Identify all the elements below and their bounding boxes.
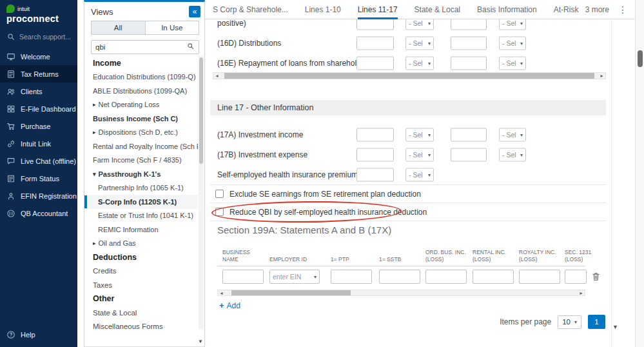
amount-input[interactable] bbox=[356, 56, 394, 70]
main-content: S Corp & Sharehole...Lines 1-10Lines 11-… bbox=[205, 0, 635, 347]
delete-row-button[interactable] bbox=[591, 272, 601, 282]
scroll-left-icon[interactable]: ◂ bbox=[218, 290, 225, 296]
source-select-2[interactable]: - Sel ▾ bbox=[499, 19, 526, 30]
page-1-button[interactable]: 1 bbox=[588, 315, 605, 329]
views-item-income[interactable]: Income bbox=[84, 56, 198, 70]
checkbox[interactable] bbox=[215, 208, 224, 216]
views-item-miscellaneous-forms[interactable]: Miscellaneous Forms bbox=[84, 320, 198, 334]
amount-input-2[interactable] bbox=[451, 19, 487, 30]
employer-id-combo[interactable]: ▾ bbox=[269, 270, 320, 284]
sidebar-item-help[interactable]: Help bbox=[0, 326, 77, 343]
views-scrollbar-thumb[interactable] bbox=[199, 57, 203, 164]
source-select[interactable]: - Sel ▾ bbox=[405, 168, 434, 181]
sidebar-item-label: Form Status bbox=[21, 175, 59, 183]
add-row-button[interactable]: + Add bbox=[219, 301, 240, 310]
views-item-credits[interactable]: Credits bbox=[84, 264, 198, 279]
views-item-education-distributions-1099-q[interactable]: Education Distributions (1099-Q) bbox=[84, 70, 198, 84]
sec1231-input[interactable] bbox=[565, 270, 587, 284]
amount-input[interactable] bbox=[356, 148, 394, 161]
checkbox[interactable] bbox=[215, 190, 224, 198]
views-item-net-operating-loss[interactable]: ▸Net Operating Loss bbox=[84, 98, 198, 112]
sidebar-item-tax-returns[interactable]: Tax Returns bbox=[0, 65, 77, 83]
sidebar-item-form-status[interactable]: Form Status bbox=[0, 170, 77, 187]
business-name-input[interactable] bbox=[222, 270, 264, 284]
table-row: ▾ bbox=[217, 266, 585, 287]
sidebar-support-search[interactable]: Search support... bbox=[0, 25, 77, 46]
views-item-dispositions-sch-d-etc[interactable]: ▸Dispositions (Sch D, etc.) bbox=[84, 126, 198, 140]
source-select[interactable]: - Sel ▾ bbox=[405, 128, 434, 141]
views-item-farm-income-sch-f-4835[interactable]: Farm Income (Sch F / 4835) bbox=[84, 154, 198, 168]
items-per-page-select[interactable]: 10 ▾ bbox=[558, 315, 581, 329]
kebab-menu-icon[interactable]: ⋮ bbox=[618, 5, 627, 15]
tab-at-risk[interactable]: At-Risk bbox=[554, 0, 579, 19]
scroll-down-icon[interactable]: ▼ bbox=[198, 339, 203, 344]
table-horizontal-scrollbar[interactable]: ◂ ▸ bbox=[217, 290, 585, 296]
views-item-oil-and-gas[interactable]: ▸Oil and Gas bbox=[84, 237, 198, 251]
views-item-able-distributions-1099-qa[interactable]: ABLE Distributions (1099-QA) bbox=[84, 84, 198, 98]
ptp-input[interactable] bbox=[331, 270, 372, 284]
scroll-right-icon[interactable]: ▸ bbox=[598, 73, 605, 79]
source-select[interactable]: - Sel ▾ bbox=[405, 148, 434, 161]
sstb-input[interactable] bbox=[379, 270, 420, 284]
tab-lines-1-10[interactable]: Lines 1-10 bbox=[305, 0, 341, 19]
sidebar-item-clients[interactable]: Clients bbox=[0, 83, 77, 100]
horizontal-scrollbar[interactable]: ◂ ▸ bbox=[213, 72, 606, 79]
tab-state-local[interactable]: State & Local bbox=[415, 0, 460, 19]
views-item-remic-information[interactable]: REMIC Information bbox=[84, 223, 198, 237]
employer-id-input[interactable] bbox=[273, 273, 306, 281]
source-select[interactable]: - Sel ▾ bbox=[405, 36, 434, 50]
amount-input[interactable] bbox=[356, 128, 394, 141]
select-placeholder: - Sel bbox=[409, 19, 423, 27]
tab-lines-11-17[interactable]: Lines 11-17 bbox=[358, 0, 398, 19]
royalty-inc-input[interactable] bbox=[519, 270, 560, 284]
views-scrollbar-track[interactable] bbox=[199, 56, 204, 330]
amount-input-2[interactable] bbox=[451, 128, 487, 141]
source-select-2[interactable]: - Sel ▾ bbox=[499, 148, 526, 161]
form-row-label: (16D) Distributions bbox=[217, 39, 281, 48]
scroll-right-icon[interactable]: ▸ bbox=[578, 290, 585, 296]
sidebar-item-welcome[interactable]: Welcome bbox=[0, 48, 77, 65]
views-item-partnership-info-1065-k-1[interactable]: Partnership Info (1065 K-1) bbox=[84, 181, 198, 195]
sidebar-item-e-file-dashboard[interactable]: E-File Dashboard bbox=[0, 100, 77, 117]
tab-s-corp-sharehole[interactable]: S Corp & Sharehole... bbox=[213, 0, 288, 19]
page-scrollbar-thumb[interactable] bbox=[638, 50, 643, 67]
views-item-s-corp-info-1120s-k-1[interactable]: S-Corp Info (1120S K-1) bbox=[84, 195, 198, 209]
amount-input[interactable] bbox=[356, 168, 394, 181]
amount-input[interactable] bbox=[356, 19, 394, 30]
tab-basis-information[interactable]: Basis Information bbox=[477, 0, 537, 19]
views-item-taxes[interactable]: Taxes bbox=[84, 278, 198, 292]
views-search-input[interactable]: qbi bbox=[91, 40, 199, 54]
sidebar-item-live-chat-offline[interactable]: Live Chat (offline) bbox=[0, 152, 77, 170]
ord-bus-inc-input[interactable] bbox=[425, 270, 467, 284]
sidebar-item-intuit-link[interactable]: Intuit Link bbox=[0, 135, 77, 152]
source-select[interactable]: - Sel ▾ bbox=[405, 56, 434, 70]
more-tabs-button[interactable]: 3 more bbox=[585, 5, 609, 14]
amount-input-2[interactable] bbox=[451, 36, 487, 50]
rental-inc-input[interactable] bbox=[473, 270, 514, 284]
amount-input[interactable] bbox=[356, 36, 394, 50]
views-tab-in-use[interactable]: In Use bbox=[146, 21, 199, 34]
views-item-rental-and-royalty-income-sch-e[interactable]: Rental and Royalty Income (Sch E) bbox=[84, 139, 198, 154]
collapse-panel-button[interactable]: « bbox=[189, 6, 200, 17]
page-scrollbar-track[interactable] bbox=[635, 0, 644, 347]
scroll-down-icon[interactable]: ▼ bbox=[612, 324, 618, 330]
scroll-left-icon[interactable]: ◂ bbox=[213, 73, 220, 79]
views-item-passthrough-k-1-s[interactable]: ▾Passthrough K-1's bbox=[84, 167, 198, 181]
views-item-other[interactable]: Other bbox=[84, 292, 198, 306]
source-select-2[interactable]: - Sel ▾ bbox=[499, 56, 526, 70]
sidebar-item-qb-accountant[interactable]: QB Accountant bbox=[0, 204, 77, 222]
sidebar-item-efin-registration[interactable]: EFIN Registration bbox=[0, 187, 77, 204]
amount-input-2[interactable] bbox=[451, 56, 487, 70]
views-item-deductions[interactable]: Deductions bbox=[84, 250, 198, 264]
views-item-business-income-sch-c[interactable]: Business Income (Sch C) bbox=[84, 112, 198, 126]
source-select-2[interactable]: - Sel ▾ bbox=[499, 36, 526, 50]
source-select-2[interactable]: - Sel ▾ bbox=[499, 128, 526, 141]
views-item-estate-or-trust-info-1041-k-1[interactable]: Estate or Trust Info (1041 K-1) bbox=[84, 209, 198, 223]
horizontal-scrollbar-thumb[interactable] bbox=[224, 73, 594, 79]
sidebar-item-purchase[interactable]: Purchase bbox=[0, 117, 77, 135]
table-scrollbar-thumb[interactable] bbox=[231, 290, 351, 295]
views-tab-all[interactable]: All bbox=[92, 21, 146, 34]
amount-input-2[interactable] bbox=[451, 148, 487, 161]
source-select[interactable]: - Sel ▾ bbox=[405, 19, 434, 30]
views-item-state-local[interactable]: State & Local bbox=[84, 306, 198, 320]
